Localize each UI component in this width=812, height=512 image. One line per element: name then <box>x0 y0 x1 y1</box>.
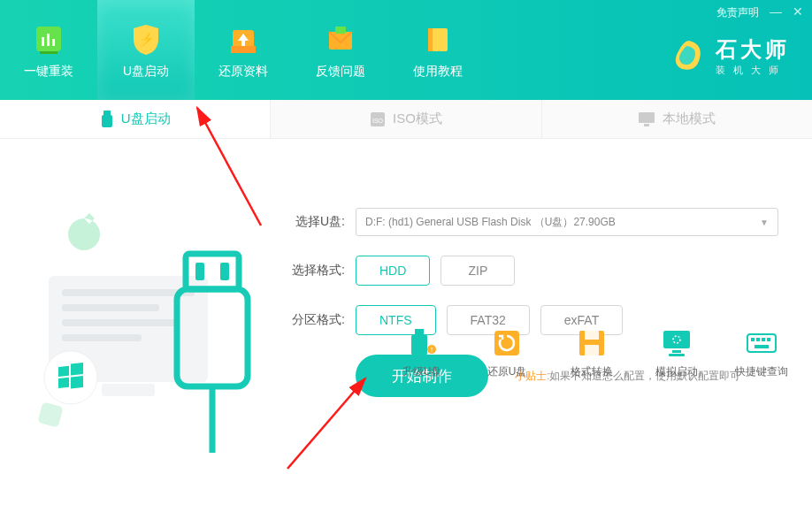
tool-label: 还原U盘 <box>487 364 527 379</box>
svg-rect-50 <box>767 338 770 341</box>
subtab-local[interactable]: 本地模式 <box>542 100 812 138</box>
nav-label: 一键重装 <box>24 64 73 80</box>
box-up-icon <box>226 21 261 57</box>
svg-rect-2 <box>47 34 50 46</box>
nav-item-usb-boot[interactable]: ⚡ U盘启动 <box>97 0 195 100</box>
partition-label: 分区格式: <box>283 312 345 328</box>
tool-simulate-boot[interactable]: 模拟启动 <box>648 327 705 379</box>
format-label: 选择格式: <box>283 263 345 279</box>
svg-rect-12 <box>103 111 111 115</box>
format-option-zip[interactable]: ZIP <box>440 256 515 286</box>
subtab-label: U盘启动 <box>121 111 171 127</box>
floppy-icon <box>576 327 608 359</box>
header: 免责声明 — ✕ 一键重装 ⚡ U盘启动 还原资料 反馈问题 <box>0 0 812 100</box>
svg-rect-20 <box>62 304 159 311</box>
nav-item-restore[interactable]: 还原资料 <box>195 0 292 100</box>
mail-icon <box>323 21 358 57</box>
tool-upgrade-usb[interactable]: ↑ 升级U盘 <box>394 327 450 379</box>
svg-rect-4 <box>40 51 57 54</box>
nav-item-tutorial[interactable]: 使用教程 <box>389 0 486 100</box>
svg-rect-27 <box>71 363 83 375</box>
restore-icon <box>491 327 523 359</box>
close-button[interactable]: ✕ <box>793 4 803 19</box>
svg-rect-9 <box>335 27 346 34</box>
svg-rect-32 <box>220 263 229 280</box>
usb-label: 选择U盘: <box>283 214 345 230</box>
brand-subtitle: 装机大师 <box>716 64 790 77</box>
brand-title: 石大师 <box>716 35 790 64</box>
svg-rect-21 <box>62 319 177 326</box>
svg-rect-47 <box>751 338 755 341</box>
svg-rect-44 <box>672 350 681 353</box>
nav-label: U盘启动 <box>123 64 169 80</box>
usb-icon <box>100 111 114 128</box>
svg-rect-28 <box>58 378 69 388</box>
svg-rect-26 <box>58 366 69 377</box>
svg-text:ISO: ISO <box>372 118 384 124</box>
svg-rect-23 <box>102 384 155 396</box>
nav-item-feedback[interactable]: 反馈问题 <box>292 0 389 100</box>
minimize-button[interactable]: — <box>770 4 782 19</box>
svg-rect-22 <box>62 334 142 341</box>
svg-rect-46 <box>747 334 776 352</box>
svg-rect-42 <box>663 331 690 348</box>
svg-rect-34 <box>415 329 424 334</box>
chart-icon <box>31 21 66 57</box>
format-option-hdd[interactable]: HDD <box>356 256 430 286</box>
svg-text:↑: ↑ <box>430 345 434 354</box>
shield-icon: ⚡ <box>128 21 164 57</box>
tool-label: 格式转换 <box>571 364 613 379</box>
svg-rect-11 <box>428 28 433 51</box>
nav: 一键重装 ⚡ U盘启动 还原资料 反馈问题 使用教程 <box>0 0 486 100</box>
brand: 石大师 装机大师 <box>670 35 790 77</box>
subtab-iso[interactable]: ISO ISO模式 <box>271 100 541 138</box>
svg-rect-3 <box>52 39 55 46</box>
svg-rect-31 <box>195 263 204 280</box>
tool-label: 模拟启动 <box>655 364 698 379</box>
disclaimer-link[interactable]: 免责声明 <box>716 5 759 20</box>
chevron-down-icon: ▼ <box>760 218 769 227</box>
nav-label: 使用教程 <box>413 64 463 80</box>
usb-select[interactable]: D:F: (hd1) General USB Flash Disk （U盘）27… <box>356 208 778 236</box>
svg-rect-41 <box>585 345 599 355</box>
svg-rect-35 <box>411 334 427 355</box>
svg-rect-24 <box>37 401 63 427</box>
subtab-label: 本地模式 <box>663 111 716 127</box>
subtabs: U盘启动 ISO ISO模式 本地模式 <box>0 100 812 139</box>
tool-label: 升级U盘 <box>402 364 442 379</box>
tool-label: 快捷键查询 <box>735 364 788 379</box>
monitor-play-icon <box>661 327 693 359</box>
svg-rect-29 <box>71 376 83 388</box>
svg-rect-48 <box>756 338 760 341</box>
nav-label: 还原资料 <box>218 64 268 80</box>
svg-rect-17 <box>644 124 649 126</box>
svg-rect-1 <box>42 37 44 46</box>
svg-rect-45 <box>669 354 685 356</box>
svg-rect-49 <box>762 338 765 341</box>
iso-icon: ISO <box>370 111 386 127</box>
nav-label: 反馈问题 <box>316 64 365 80</box>
keyboard-icon <box>746 327 778 359</box>
usb-illustration <box>31 187 252 453</box>
book-icon <box>420 21 456 57</box>
brand-logo-icon <box>670 37 709 76</box>
bottom-tools: ↑ 升级U盘 还原U盘 格式转换 模拟启动 快捷键查询 <box>394 327 790 379</box>
content: 选择U盘: D:F: (hd1) General USB Flash Disk … <box>0 139 812 397</box>
tool-format-convert[interactable]: 格式转换 <box>563 327 620 379</box>
svg-rect-13 <box>102 115 112 127</box>
window-controls: — ✕ <box>770 4 803 19</box>
monitor-icon <box>638 111 655 127</box>
tool-hotkey-lookup[interactable]: 快捷键查询 <box>733 327 790 379</box>
svg-rect-38 <box>494 331 519 355</box>
subtab-usb[interactable]: U盘启动 <box>0 100 271 138</box>
tool-restore-usb[interactable]: 还原U盘 <box>479 327 535 379</box>
svg-rect-7 <box>231 46 256 53</box>
subtab-label: ISO模式 <box>393 111 442 127</box>
nav-item-reinstall[interactable]: 一键重装 <box>0 0 97 100</box>
svg-text:⚡: ⚡ <box>139 32 155 47</box>
usb-stick-icon: ↑ <box>406 327 438 359</box>
svg-rect-40 <box>585 331 599 340</box>
svg-rect-16 <box>639 112 655 123</box>
usb-select-value: D:F: (hd1) General USB Flash Disk （U盘）27… <box>365 215 616 230</box>
svg-rect-51 <box>755 345 769 348</box>
